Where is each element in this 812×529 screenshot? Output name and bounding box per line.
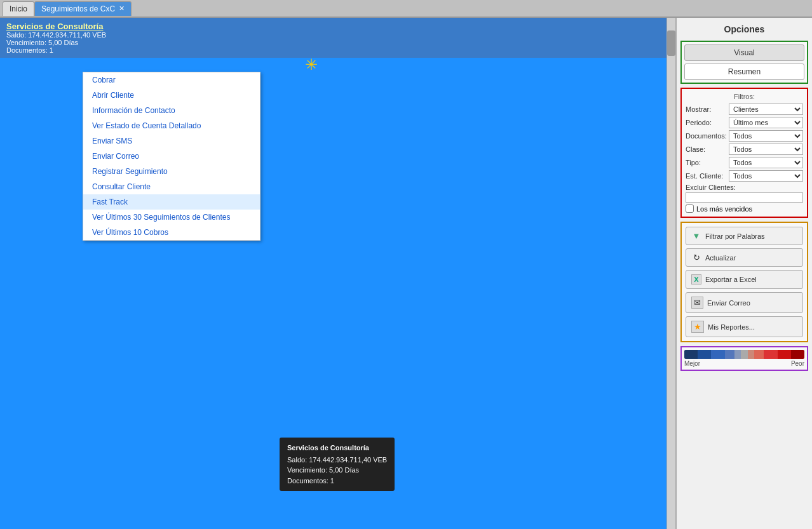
filter-tipo-label: Tipo: [686,159,729,166]
tooltip-vencimiento: Vencimiento: 5,00 Días [287,465,387,476]
context-menu: Cobrar Abrir Cliente Información de Cont… [83,72,261,241]
sidebar-title: Opciones [680,22,808,37]
tab-inicio-label: Inicio [10,4,27,13]
tooltip-box: Servicios de Consultoría Saldo: 174.442.… [280,438,395,491]
color-segment-9 [764,350,777,359]
main-layout: Servicios de Consultoría Saldo: 174.442.… [0,18,812,529]
sidebar: Opciones Visual Resumen Filtros: Mostrar… [675,18,812,529]
menu-item-fast-track[interactable]: Fast Track [83,194,260,210]
visual-section: Visual Resumen [680,41,808,84]
menu-item-ver-ultimos-10[interactable]: Ver Últimos 10 Cobros [83,225,260,240]
menu-item-abrir-cliente[interactable]: Abrir Cliente [83,88,260,103]
filter-mostrar-select[interactable]: Clientes [729,104,803,115]
color-segment-4 [725,350,734,359]
filter-clase-select[interactable]: Todos [729,144,803,155]
tooltip-documentos: Documentos: 1 [287,476,387,486]
filter-periodo-label: Periodo: [686,119,729,126]
color-segment-8 [754,350,764,359]
menu-item-enviar-correo[interactable]: Enviar Correo [83,149,260,164]
exportar-excel-label: Exportar a Excel [705,276,757,283]
actualizar-label: Actualizar [705,254,736,262]
filter-tipo-select[interactable]: Todos [729,157,803,168]
filter-mostrar-row: Mostrar: Clientes [686,104,803,115]
client-header: Servicios de Consultoría Saldo: 174.442.… [0,18,675,58]
content-area: Servicios de Consultoría Saldo: 174.442.… [0,18,675,529]
client-vencimiento: Vencimiento: 5,00 Días [6,39,669,46]
menu-item-registrar-seguimiento[interactable]: Registrar Seguimiento [83,164,260,179]
filter-excluir-row: Excluir Clientes: [686,184,803,203]
filtrar-palabras-button[interactable]: ▼ Filtrar por Palabras [686,227,803,245]
mis-reportes-button[interactable]: ★ Mis Reportes... [686,316,803,337]
client-documentos: Documentos: 1 [6,46,669,54]
tab-bar: Inicio Seguimientos de CxC ✕ [0,0,812,18]
color-segment-6 [741,350,748,359]
color-segment-7 [748,350,755,359]
color-bar-labels: Mejor Peor [684,360,804,367]
filter-tipo-row: Tipo: Todos [686,157,803,168]
color-bar-section: Mejor Peor [680,346,808,371]
actualizar-button[interactable]: ↻ Actualizar [686,248,803,267]
filter-clase-label: Clase: [686,145,729,153]
filter-documentos-select[interactable]: Todos [729,130,803,142]
filtrar-palabras-label: Filtrar por Palabras [705,232,765,240]
menu-item-consultar-cliente[interactable]: Consultar Cliente [83,179,260,194]
tab-close-icon[interactable]: ✕ [119,4,125,13]
color-segment-2 [698,350,711,359]
color-segment-1 [684,350,698,359]
star-icon: ★ [691,321,704,333]
filter-documentos-row: Documentos: Todos [686,130,803,142]
refresh-icon: ↻ [691,253,701,262]
exportar-excel-button[interactable]: X Exportar a Excel [686,270,803,289]
enviar-correo-label: Enviar Correo [707,299,750,307]
filters-section: Filtros: Mostrar: Clientes Periodo: Últi… [680,88,808,218]
mejor-label: Mejor [684,360,700,367]
filter-periodo-row: Periodo: Último mes [686,117,803,128]
resumen-button[interactable]: Resumen [684,64,804,80]
color-bar [684,350,804,359]
filter-periodo-select[interactable]: Último mes [729,117,803,128]
client-name[interactable]: Servicios de Consultoría [6,22,669,31]
tooltip-title: Servicios de Consultoría [287,443,387,453]
tab-inicio[interactable]: Inicio [3,1,34,16]
tooltip-saldo: Saldo: 174.442.934.711,40 VEB [287,455,387,465]
mas-vencidos-label: Los más vencidos [696,205,752,213]
filter-est-cliente-label: Est. Cliente: [686,172,729,180]
scroll-thumb[interactable] [667,30,675,56]
filter-clase-row: Clase: Todos [686,144,803,155]
menu-item-ver-estado-cuenta[interactable]: Ver Estado de Cuenta Detallado [83,118,260,133]
tab-seguimientos-label: Seguimientos de CxC [41,4,115,13]
excel-icon: X [691,274,701,285]
color-segment-10 [778,350,791,359]
actions-section: ▼ Filtrar por Palabras ↻ Actualizar X Ex… [680,222,808,342]
filter-est-cliente-select[interactable]: Todos [729,170,803,182]
mas-vencidos-row: Los más vencidos [686,204,803,213]
filter-documentos-label: Documentos: [686,132,729,140]
scroll-indicator[interactable] [667,18,675,529]
filter-excluir-label: Excluir Clientes: [686,184,736,191]
filter-excluir-input[interactable] [686,192,803,203]
filter-est-cliente-row: Est. Cliente: Todos [686,170,803,182]
color-segment-11 [791,350,804,359]
cursor-sparkle: ✳ [305,56,318,74]
enviar-correo-button[interactable]: ✉ Enviar Correo [686,292,803,313]
visual-button[interactable]: Visual [684,44,804,61]
filter-mostrar-label: Mostrar: [686,105,729,113]
menu-item-enviar-sms[interactable]: Enviar SMS [83,133,260,149]
client-saldo: Saldo: 174.442.934.711,40 VEB [6,31,669,39]
menu-item-info-contacto[interactable]: Información de Contacto [83,103,260,118]
menu-item-cobrar[interactable]: Cobrar [83,72,260,88]
color-segment-5 [734,350,741,359]
menu-item-ver-ultimos-30[interactable]: Ver Últimos 30 Seguimientos de Clientes [83,210,260,225]
tab-seguimientos[interactable]: Seguimientos de CxC ✕ [34,1,132,16]
color-segment-3 [711,350,724,359]
mis-reportes-label: Mis Reportes... [708,323,755,331]
mail-icon: ✉ [691,297,703,309]
filter-icon: ▼ [691,231,701,241]
filters-title: Filtros: [686,93,803,100]
mas-vencidos-checkbox[interactable] [686,204,694,213]
peor-label: Peor [791,360,804,367]
